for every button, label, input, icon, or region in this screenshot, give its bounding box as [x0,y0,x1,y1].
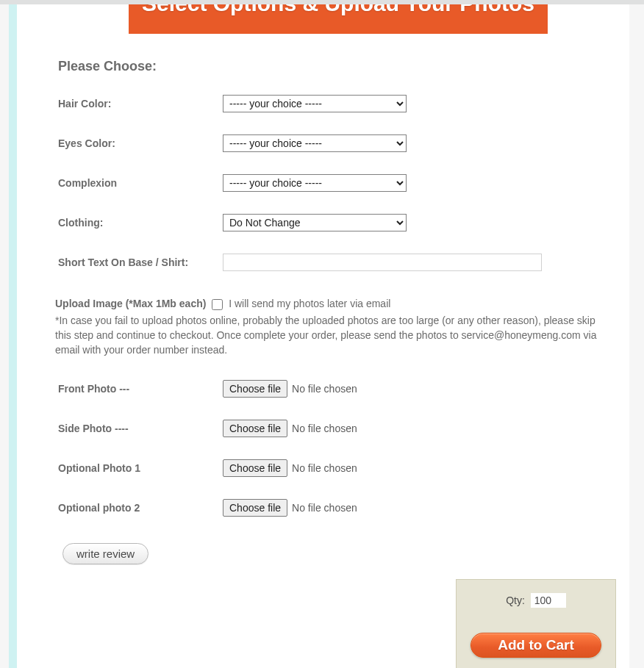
choose-file-opt1[interactable]: Choose file [223,459,287,477]
select-clothing[interactable]: Do Not Change [223,214,407,231]
qty-label: Qty: [506,595,525,606]
cart-box: Qty: Add to Cart [456,579,616,668]
row-short-text: Short Text On Base / Shirt: [58,254,629,271]
upload-label: Upload Image (*Max 1Mb each) [55,298,206,309]
choose-file-front[interactable]: Choose file [223,380,287,398]
qty-line: Qty: [468,593,604,608]
no-file-side: No file chosen [292,423,357,434]
row-side-photo: Side Photo ---- Choose file No file chos… [58,420,629,437]
no-file-opt2: No file chosen [292,502,357,514]
input-short-text[interactable] [223,254,542,271]
label-optional2: Optional photo 2 [58,502,223,514]
options-form: Hair Color: ----- your choice ----- Eyes… [58,95,629,271]
choose-heading: Please Choose: [58,59,629,74]
row-front-photo: Front Photo --- Choose file No file chos… [58,380,629,398]
file-rows: Front Photo --- Choose file No file chos… [58,380,629,517]
label-optional1: Optional Photo 1 [58,462,223,474]
label-eyes-color: Eyes Color: [58,137,223,149]
row-optional1: Optional Photo 1 Choose file No file cho… [58,459,629,477]
no-file-front: No file chosen [292,383,357,395]
row-complexion: Complexion ----- your choice ----- [58,174,629,192]
row-eyes-color: Eyes Color: ----- your choice ----- [58,134,629,152]
upload-section: Upload Image (*Max 1Mb each) I will send… [55,298,629,358]
upload-line: Upload Image (*Max 1Mb each) I will send… [55,298,607,310]
add-to-cart-button[interactable]: Add to Cart [471,633,601,658]
select-hair-color[interactable]: ----- your choice ----- [223,95,407,112]
select-complexion[interactable]: ----- your choice ----- [223,174,407,192]
qty-input[interactable] [531,593,566,608]
label-front-photo: Front Photo --- [58,383,223,395]
label-short-text: Short Text On Base / Shirt: [58,256,223,268]
row-clothing: Clothing: Do Not Change [58,214,629,231]
banner: Select Options & Upload Your Photos [129,4,548,34]
write-review-section: write review [62,543,629,564]
choose-file-opt2[interactable]: Choose file [223,499,287,517]
checkbox-send-later[interactable] [212,299,223,310]
write-review-button[interactable]: write review [62,543,149,564]
upload-note: *In case you fail to upload photos onlin… [55,313,607,358]
label-side-photo: Side Photo ---- [58,423,223,434]
select-eyes-color[interactable]: ----- your choice ----- [223,134,407,152]
label-clothing: Clothing: [58,217,223,229]
row-optional2: Optional photo 2 Choose file No file cho… [58,499,629,517]
row-hair-color: Hair Color: ----- your choice ----- [58,95,629,112]
left-accent [9,4,17,668]
choose-file-side[interactable]: Choose file [223,420,287,437]
label-complexion: Complexion [58,177,223,189]
no-file-opt1: No file chosen [292,462,357,474]
banner-title: Select Options & Upload Your Photos [142,4,534,15]
checkbox-label: I will send my photos later via email [229,298,390,309]
label-hair-color: Hair Color: [58,98,223,109]
main-panel: Select Options & Upload Your Photos Plea… [17,4,629,668]
